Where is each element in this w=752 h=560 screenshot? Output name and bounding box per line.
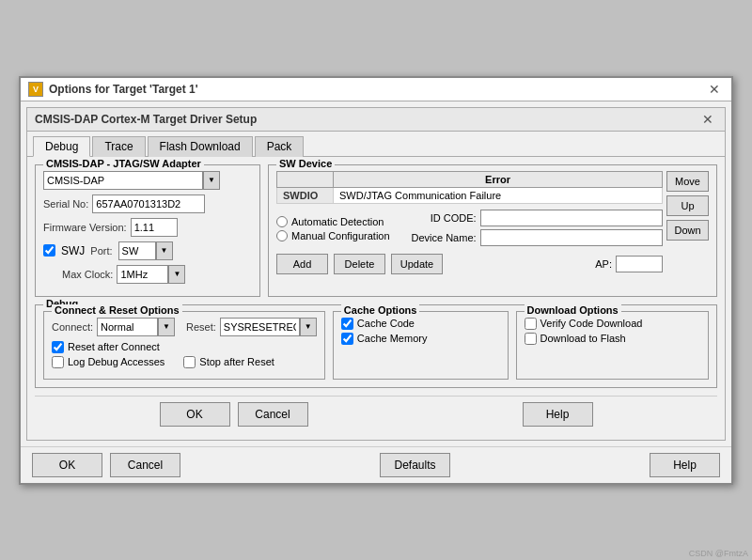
tabs-row: Debug Trace Flash Download Pack bbox=[27, 132, 725, 157]
update-button[interactable]: Update bbox=[391, 254, 443, 274]
sw-device-inner: Error SWDIO SWD/JTAG Communication Failu… bbox=[276, 171, 709, 274]
reset-combo: ▼ bbox=[220, 318, 317, 336]
auto-detect-item: Automatic Detection bbox=[276, 216, 390, 227]
sw-device-group-label: SW Device bbox=[276, 158, 335, 169]
device-name-label: Device Name: bbox=[401, 232, 477, 243]
port-label: Port: bbox=[90, 245, 112, 257]
outer-ok-button[interactable]: OK bbox=[32, 453, 102, 477]
outer-window: V Options for Target 'Target 1' ✕ CMSIS-… bbox=[19, 76, 733, 485]
detection-row: Automatic Detection Manual Configuration bbox=[276, 210, 663, 249]
adapter-input[interactable] bbox=[43, 171, 203, 190]
inner-cancel-button[interactable]: Cancel bbox=[238, 402, 308, 427]
adapter-combo: ▼ bbox=[43, 171, 220, 190]
download-to-flash-label: Download to Flash bbox=[540, 333, 626, 344]
port-combo: ▼ bbox=[118, 241, 173, 260]
download-to-flash-checkbox[interactable] bbox=[525, 333, 537, 345]
swj-row: SWJ Port: ▼ bbox=[43, 241, 252, 260]
tab-debug[interactable]: Debug bbox=[33, 136, 90, 157]
log-debug-row: Log Debug Accesses Stop after Reset bbox=[52, 356, 317, 368]
connect-dropdown-arrow[interactable]: ▼ bbox=[158, 318, 175, 336]
manual-config-radio[interactable] bbox=[276, 230, 288, 241]
max-clock-label: Max Clock: bbox=[62, 269, 113, 280]
cache-options-group: Cache Options Cache Code Cache Memory bbox=[333, 311, 509, 380]
connect-combo: ▼ bbox=[97, 318, 175, 336]
jtag-group: CMSIS-DAP - JTAG/SW Adapter ▼ Serial No: bbox=[35, 164, 260, 297]
max-clock-dropdown-arrow[interactable]: ▼ bbox=[168, 265, 185, 284]
outer-window-title: Options for Target 'Target 1' bbox=[49, 83, 198, 96]
down-button[interactable]: Down bbox=[666, 220, 709, 241]
serial-no-label: Serial No: bbox=[43, 198, 88, 210]
stop-after-reset-label: Stop after Reset bbox=[199, 356, 274, 367]
verify-code-checkbox[interactable] bbox=[525, 318, 537, 330]
sw-device-table-wrap: Error SWDIO SWD/JTAG Communication Failu… bbox=[276, 171, 663, 274]
sw-btn-row: Add Delete Update AP: bbox=[276, 254, 663, 274]
cache-memory-label: Cache Memory bbox=[357, 333, 428, 344]
download-flash-row: Download to Flash bbox=[525, 333, 700, 345]
debug-group: Debug Connect & Reset Options Connect: ▼… bbox=[35, 304, 717, 388]
ap-input[interactable] bbox=[616, 256, 663, 272]
inner-window-title: CMSIS-DAP Cortex-M Target Driver Setup bbox=[35, 113, 257, 126]
tab-flash-download[interactable]: Flash Download bbox=[148, 136, 253, 157]
cache-code-label: Cache Code bbox=[357, 318, 415, 329]
id-code-input[interactable] bbox=[480, 210, 663, 226]
outer-defaults-button[interactable]: Defaults bbox=[380, 453, 450, 477]
detection-radio-group: Automatic Detection Manual Configuration bbox=[276, 216, 390, 241]
cache-code-checkbox[interactable] bbox=[341, 318, 353, 330]
connect-reset-label: Connect & Reset Options bbox=[52, 304, 182, 316]
cache-code-row: Cache Code bbox=[341, 318, 500, 330]
main-content: CMSIS-DAP - JTAG/SW Adapter ▼ Serial No: bbox=[27, 157, 725, 440]
sw-table-header-error: Error bbox=[334, 171, 663, 187]
outer-help-button[interactable]: Help bbox=[650, 453, 720, 477]
outer-bottom-buttons: OK Cancel Defaults Help bbox=[21, 446, 731, 483]
move-button[interactable]: Move bbox=[666, 171, 709, 192]
tab-trace[interactable]: Trace bbox=[92, 136, 145, 157]
swj-label: SWJ bbox=[61, 244, 85, 257]
outer-close-button[interactable]: ✕ bbox=[705, 82, 724, 97]
inner-close-button[interactable]: ✕ bbox=[698, 112, 717, 127]
up-button[interactable]: Up bbox=[666, 195, 709, 216]
inner-ok-button[interactable]: OK bbox=[160, 402, 230, 427]
reset-dropdown-arrow[interactable]: ▼ bbox=[300, 318, 317, 336]
auto-detect-radio[interactable] bbox=[276, 216, 288, 227]
inner-help-button[interactable]: Help bbox=[523, 402, 593, 427]
cache-memory-checkbox[interactable] bbox=[341, 333, 353, 345]
log-debug-checkbox[interactable] bbox=[52, 356, 64, 368]
inner-title-bar: CMSIS-DAP Cortex-M Target Driver Setup ✕ bbox=[27, 108, 725, 132]
sw-device-row: SWDIO SWD/JTAG Communication Failure bbox=[277, 187, 663, 203]
connect-reset-row: Connect: ▼ Reset: ▼ bbox=[52, 318, 317, 336]
max-clock-input[interactable] bbox=[117, 265, 168, 284]
outer-title-left: V Options for Target 'Target 1' bbox=[28, 82, 198, 97]
jtag-group-label: CMSIS-DAP - JTAG/SW Adapter bbox=[43, 158, 204, 169]
adapter-row: ▼ bbox=[43, 171, 252, 190]
reset-after-connect-checkbox[interactable] bbox=[52, 341, 64, 353]
download-options-group: Download Options Verify Code Download Do… bbox=[516, 311, 709, 380]
firmware-label: Firmware Version: bbox=[43, 222, 127, 233]
delete-button[interactable]: Delete bbox=[334, 254, 385, 274]
outer-cancel-button[interactable]: Cancel bbox=[110, 453, 180, 477]
sw-table-header-swdio bbox=[277, 171, 334, 187]
reset-label: Reset: bbox=[186, 321, 216, 333]
ap-row: AP: bbox=[595, 256, 663, 272]
stop-after-reset-checkbox[interactable] bbox=[183, 356, 196, 368]
id-code-group: ID CODE: Device Name: bbox=[401, 210, 663, 249]
serial-no-input[interactable] bbox=[92, 194, 205, 213]
connect-label: Connect: bbox=[52, 321, 93, 333]
add-button[interactable]: Add bbox=[276, 254, 328, 274]
device-name-input[interactable] bbox=[480, 229, 663, 246]
id-code-row: ID CODE: bbox=[401, 210, 663, 226]
swj-checkbox[interactable] bbox=[43, 244, 55, 257]
reset-input[interactable] bbox=[220, 318, 300, 336]
tab-pack[interactable]: Pack bbox=[255, 136, 305, 157]
reset-after-connect-label: Reset after Connect bbox=[68, 341, 160, 352]
keil-icon: V bbox=[28, 82, 43, 97]
firmware-row: Firmware Version: bbox=[43, 218, 252, 237]
firmware-input[interactable] bbox=[131, 218, 178, 237]
connect-input[interactable] bbox=[97, 318, 158, 336]
inner-window: CMSIS-DAP Cortex-M Target Driver Setup ✕… bbox=[26, 107, 726, 441]
max-clock-combo: ▼ bbox=[117, 265, 185, 284]
adapter-dropdown-arrow[interactable]: ▼ bbox=[203, 171, 220, 190]
port-dropdown-arrow[interactable]: ▼ bbox=[156, 241, 173, 260]
ap-label: AP: bbox=[595, 258, 612, 270]
debug-inner: Connect & Reset Options Connect: ▼ Reset… bbox=[43, 311, 709, 380]
port-input[interactable] bbox=[118, 241, 156, 260]
